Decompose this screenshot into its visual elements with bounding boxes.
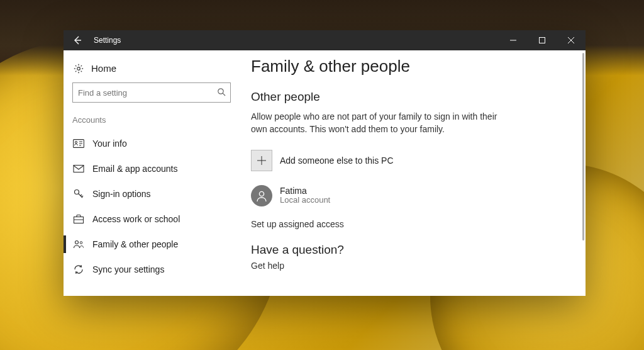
user-text: Fatima Local account [280, 186, 330, 205]
sidebar-item-label: Email & app accounts [92, 164, 177, 174]
sidebar-item-label: Your info [92, 138, 127, 149]
key-icon [72, 188, 85, 200]
add-person-button[interactable]: Add someone else to this PC [251, 150, 573, 171]
section-heading-other-people: Other people [251, 90, 573, 104]
gear-icon [72, 64, 85, 74]
avatar-icon [251, 185, 272, 206]
window-body: Home Accounts Your info Email & app [64, 50, 586, 296]
home-button[interactable]: Home [64, 59, 240, 82]
svg-line-25 [82, 196, 83, 197]
search-input[interactable] [72, 82, 231, 103]
sidebar-item-email-apps[interactable]: Email & app accounts [64, 156, 240, 181]
user-subtitle: Local account [280, 196, 330, 205]
sidebar: Home Accounts Your info Email & app [64, 50, 240, 296]
scrollbar[interactable] [581, 53, 584, 293]
sidebar-item-label: Sync your settings [92, 264, 164, 274]
window-title: Settings [91, 36, 121, 45]
plus-icon [251, 150, 272, 171]
svg-line-13 [75, 71, 77, 72]
svg-point-17 [75, 141, 77, 143]
sidebar-item-sign-in[interactable]: Sign-in options [64, 181, 240, 206]
sidebar-item-family[interactable]: Family & other people [64, 232, 240, 257]
sidebar-item-label: Family & other people [92, 239, 178, 249]
svg-line-12 [81, 65, 82, 66]
people-icon [72, 239, 85, 249]
maximize-icon [539, 37, 545, 43]
minimize-icon [510, 37, 516, 43]
maximize-button[interactable] [528, 30, 557, 50]
svg-line-11 [81, 71, 82, 72]
svg-line-24 [80, 195, 82, 196]
settings-window: Settings Home Accou [64, 30, 586, 296]
svg-line-23 [78, 193, 82, 198]
search-container [64, 82, 240, 111]
user-account-row[interactable]: Fatima Local account [251, 185, 573, 206]
scroll-thumb[interactable] [582, 53, 584, 240]
svg-point-32 [259, 191, 264, 196]
sidebar-item-label: Sign-in options [92, 189, 151, 199]
titlebar: Settings [64, 30, 586, 50]
close-icon [568, 37, 574, 43]
arrow-left-icon [72, 35, 82, 45]
user-name: Fatima [280, 186, 330, 196]
sidebar-item-label: Access work or school [92, 214, 180, 224]
back-button[interactable] [64, 30, 91, 50]
svg-point-29 [80, 242, 82, 244]
svg-point-28 [75, 241, 79, 244]
briefcase-icon [72, 214, 85, 224]
section-description: Allow people who are not part of your fa… [251, 110, 502, 136]
page-title: Family & other people [251, 57, 573, 76]
home-label: Home [91, 63, 116, 74]
get-help-link[interactable]: Get help [251, 261, 573, 271]
assigned-access-link[interactable]: Set up assigned access [251, 219, 573, 229]
id-card-icon [72, 139, 85, 148]
close-button[interactable] [557, 30, 586, 50]
svg-line-10 [75, 65, 77, 66]
question-heading: Have a question? [251, 243, 573, 257]
sidebar-item-your-info[interactable]: Your info [64, 131, 240, 156]
content-area: Family & other people Other people Allow… [240, 50, 586, 296]
sidebar-item-work-school[interactable]: Access work or school [64, 206, 240, 232]
sidebar-section-label: Accounts [64, 111, 240, 131]
mail-icon [72, 164, 85, 173]
add-person-label: Add someone else to this PC [280, 155, 394, 166]
sync-icon [72, 264, 85, 275]
svg-rect-2 [540, 38, 545, 43]
sidebar-item-sync[interactable]: Sync your settings [64, 257, 240, 282]
minimize-button[interactable] [499, 30, 528, 50]
svg-point-5 [77, 67, 80, 70]
